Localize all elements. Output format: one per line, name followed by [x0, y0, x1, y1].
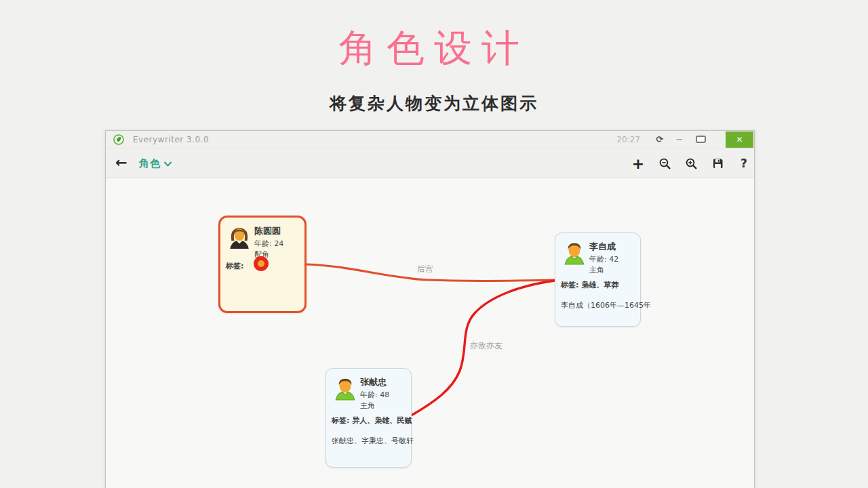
character-card-lizicheng[interactable]: 李自成 年龄: 42 主角 标签: 枭雄、草莽 李自成（1606年—1645年	[555, 232, 641, 327]
diagram-canvas[interactable]: 后宫 亦敌亦友 陈圆圆 年龄: 24 配角 标签: 李自成	[106, 178, 754, 488]
zoom-in-icon	[686, 158, 697, 169]
character-age: 年龄: 24	[254, 239, 283, 249]
minimize-button[interactable]: −	[673, 131, 686, 148]
character-card-chenyuanyuan[interactable]: 陈圆圆 年龄: 24 配角 标签:	[218, 216, 307, 313]
male-avatar-icon	[333, 376, 357, 401]
refresh-button[interactable]: ⟳	[652, 131, 667, 148]
save-button[interactable]	[711, 148, 724, 178]
toolbar: ← 角色 +	[106, 148, 754, 178]
character-note: 李自成（1606年—1645年	[561, 300, 651, 310]
maximize-button[interactable]	[692, 131, 709, 148]
character-card-zhangxianzhong[interactable]: 张献忠 年龄: 48 主角 标签: 异人、枭雄、民贼 张献忠、字秉忠、号敬轩	[326, 368, 412, 468]
zoom-in-button[interactable]	[685, 148, 697, 178]
tag-dot[interactable]	[254, 256, 269, 271]
app-logo-icon	[113, 134, 124, 145]
character-age: 年龄: 42	[589, 254, 618, 264]
save-icon	[712, 158, 724, 169]
page-header: 角色设计 将复杂人物变为立体图示	[0, 0, 868, 115]
character-role: 主角	[589, 265, 604, 275]
toolbar-actions: +	[632, 148, 750, 178]
app-window: Everywriter 3.0.0 20:27 ⟳ − ✕ ← 角色 +	[105, 130, 755, 488]
clock: 20:27	[616, 135, 640, 144]
close-button[interactable]: ✕	[726, 131, 753, 148]
add-character-button[interactable]: +	[632, 148, 644, 178]
character-note: 张献忠、字秉忠、号敬轩	[332, 436, 414, 446]
maximize-icon	[696, 136, 706, 143]
character-age: 年龄: 48	[360, 390, 389, 400]
app-title: Everywriter 3.0.0	[133, 135, 209, 144]
page-title: 角色设计	[0, 23, 868, 75]
help-button[interactable]: ?	[738, 148, 750, 178]
window-titlebar: Everywriter 3.0.0 20:27 ⟳ − ✕	[106, 131, 754, 148]
link-label-frenemy[interactable]: 亦敌亦友	[470, 341, 502, 350]
chevron-down-icon	[164, 161, 172, 167]
zoom-out-icon	[659, 158, 671, 169]
zoom-out-button[interactable]	[658, 148, 671, 178]
male-avatar-icon	[562, 241, 587, 265]
character-tags: 标签: 异人、枭雄、民贼	[332, 415, 412, 426]
character-name: 张献忠	[360, 376, 387, 388]
view-selector-label: 角色	[139, 157, 161, 170]
character-name: 李自成	[589, 241, 616, 253]
page-subtitle: 将复杂人物变为立体图示	[0, 92, 868, 115]
character-name: 陈圆圆	[254, 225, 281, 237]
link-label-harem[interactable]: 后宫	[417, 264, 433, 274]
back-button[interactable]: ←	[115, 155, 127, 171]
relationship-wires: 后宫 亦敌亦友	[106, 178, 754, 488]
female-avatar-icon	[227, 225, 252, 249]
character-tags-label: 标签:	[226, 261, 243, 271]
view-selector[interactable]: 角色	[139, 157, 172, 170]
character-tags: 标签: 枭雄、草莽	[561, 280, 618, 290]
character-role: 主角	[360, 401, 375, 411]
